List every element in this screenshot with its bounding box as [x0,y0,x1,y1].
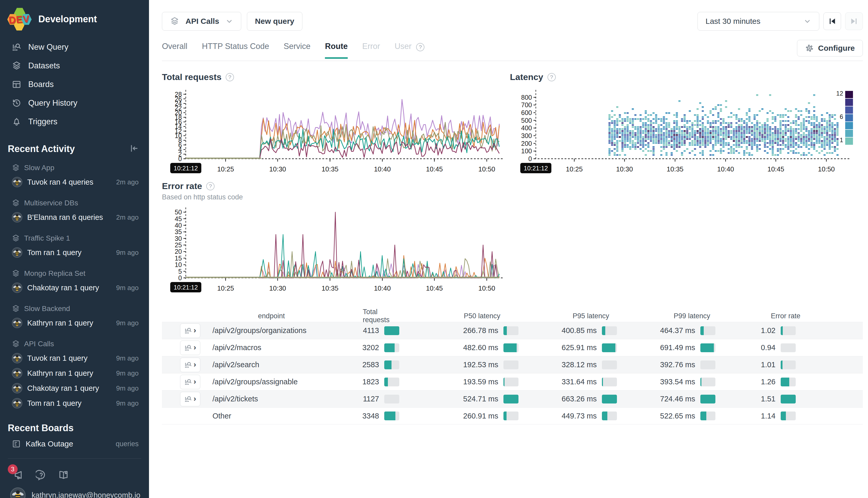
activity-item[interactable]: Tom ran 1 query9m ago [0,245,149,260]
p99-value: 392.76 ms [660,361,695,369]
latency-title: Latency [510,72,543,82]
activity-item[interactable]: Kathryn ran 1 query9m ago [0,366,149,381]
column-header-p95: P95 latency [525,312,623,320]
activity-group: Mongo Replica SetChakotay ran 1 query9m … [0,267,149,295]
svg-text:45: 45 [174,215,182,222]
configure-button[interactable]: Configure [797,40,863,56]
history-icon [12,98,22,108]
help-bubble-icon[interactable] [36,470,47,481]
activity-text: Tuvok ran 4 queries [27,178,93,186]
activity-item[interactable]: Kathryn ran 1 query9m ago [0,315,149,330]
sidebar-item-query-history[interactable]: Query History [0,94,149,113]
tab-service[interactable]: Service [284,42,310,59]
recent-activity-header: Recent Activity [0,143,149,154]
tab-error: Error [362,42,380,59]
p50-value: 524.71 ms [463,395,498,403]
activity-dataset-header[interactable]: API Calls [0,337,149,351]
collapse-sidebar-icon[interactable] [129,144,139,154]
tab-user: User [394,42,412,59]
activity-group: API CallsTuvok ran 1 query9m agoKathryn … [0,337,149,411]
activity-dataset-header[interactable]: Mongo Replica Set [0,267,149,280]
tabs-help-icon[interactable]: ? [416,43,424,51]
time-range-select[interactable]: Last 30 minutes [698,12,819,30]
activity-dataset-name: Slow Backend [24,304,70,313]
svg-text:10:50: 10:50 [818,165,835,173]
run-query-button[interactable]: › [180,392,200,406]
activity-dataset-header[interactable]: Traffic Spike 1 [0,232,149,245]
p95-bar [602,395,617,404]
query-icon [184,395,192,403]
svg-text:10:45: 10:45 [767,165,784,173]
activity-text: Tuvok ran 1 query [27,354,88,363]
p50-bar [503,411,518,420]
activity-dataset-header[interactable]: Multiservice DBs [0,196,149,210]
total-bar [384,378,399,386]
activity-dataset-name: API Calls [24,340,54,348]
sidebar-divider [8,458,141,459]
run-query-button[interactable]: › [180,375,200,389]
new-query-button[interactable]: New query [247,12,302,30]
run-query-button[interactable]: › [180,358,200,372]
error-rate-plot[interactable]: 0510152025303540455010:2510:3010:3510:40… [162,203,503,296]
sidebar-item-new-query[interactable]: New Query [0,38,149,56]
sidebar-nav: New QueryDatasetsBoardsQuery HistoryTrig… [0,38,149,131]
tab-route[interactable]: Route [325,42,348,59]
dataset-select[interactable]: API Calls [162,12,241,30]
error-rate-title: Error rate [162,181,202,191]
svg-text:15: 15 [174,254,182,262]
svg-text:30: 30 [174,235,182,242]
p50-value: 482.60 ms [463,343,498,352]
total-requests-plot[interactable]: 024681012141618202224262810:2510:3010:35… [162,84,503,176]
sidebar-item-triggers[interactable]: Triggers [0,113,149,131]
activity-dataset-header[interactable]: Slow App [0,161,149,174]
bee-avatar [12,368,23,379]
announcements-icon[interactable]: 3 [13,470,24,481]
activity-item[interactable]: Tuvok ran 1 query9m ago [0,351,149,366]
p50-value: 266.78 ms [463,326,498,335]
docs-book-icon[interactable] [58,470,69,481]
query-icon [184,327,192,335]
sidebar-item-boards[interactable]: Boards [0,75,149,94]
p95-value: 331.64 ms [562,378,597,386]
sidebar-item-label: New Query [28,42,68,52]
err-bar [781,326,796,335]
activity-item[interactable]: Tom ran 1 query9m ago [0,396,149,411]
latency-plot[interactable]: 010020030040050060070080010:2510:3010:35… [510,84,862,176]
team-header[interactable]: DEV Development [0,0,149,31]
endpoint-cell: /api/v2/search [207,361,331,369]
sidebar-item-label: Boards [28,80,54,89]
error-rate-help-icon[interactable]: ? [206,182,215,191]
p95-bar [602,326,617,335]
err-bar [781,378,796,386]
activity-timestamp: 9m ago [116,249,139,257]
board-item[interactable]: Kafka Outagequeries [0,436,149,451]
svg-text:800: 800 [521,94,532,101]
run-query-button[interactable]: › [180,341,200,355]
activity-item[interactable]: Chakotay ran 1 query9m ago [0,280,149,295]
run-query-button[interactable]: › [180,324,200,338]
column-header-err: Error rate [722,312,802,320]
sidebar-item-datasets[interactable]: Datasets [0,56,149,75]
activity-group: Slow AppTuvok ran 4 queries2m ago [0,161,149,189]
svg-text:10:25: 10:25 [217,165,234,173]
p95-value: 449.73 ms [562,412,597,420]
query-icon [184,344,192,352]
dataset-icon [12,234,20,243]
chevron-down-icon [225,17,233,25]
svg-text:10:21:12: 10:21:12 [524,165,548,172]
total-bar [384,361,399,369]
total-requests-chart: Total requests ? 02468101214161820222426… [162,72,503,176]
tab-overall[interactable]: Overall [162,42,187,59]
skip-back-button[interactable] [824,12,841,30]
latency-help-icon[interactable]: ? [547,73,556,81]
p50-value: 193.59 ms [463,378,498,386]
total-requests-help-icon[interactable]: ? [226,73,234,81]
activity-dataset-name: Mongo Replica Set [24,269,86,278]
tab-http-status-code[interactable]: HTTP Status Code [202,42,269,59]
activity-item[interactable]: Chakotay ran 1 query9m ago [0,381,149,396]
activity-dataset-header[interactable]: Slow Backend [0,302,149,315]
activity-item[interactable]: Tuvok ran 4 queries2m ago [0,174,149,189]
column-header-total: Total requests [331,308,405,324]
user-account[interactable]: kathryn.janeway@honeycomb.io [0,487,149,498]
activity-item[interactable]: B'Elanna ran 6 queries2m ago [0,210,149,225]
